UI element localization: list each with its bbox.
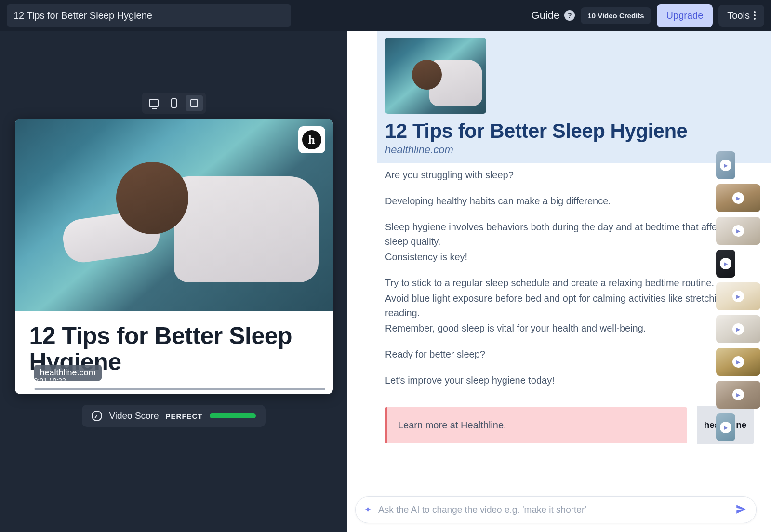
- guide-link[interactable]: Guide ?: [532, 9, 575, 22]
- progress-track[interactable]: [23, 388, 325, 390]
- paragraph[interactable]: Try to stick to a regular sleep schedule…: [385, 276, 754, 290]
- preview-frame-image: h: [15, 119, 333, 311]
- gauge-icon: [92, 411, 102, 421]
- clip-thumb[interactable]: [716, 348, 760, 376]
- tools-button[interactable]: Tools: [718, 5, 764, 27]
- score-label: Video Score: [109, 411, 159, 421]
- document-thumbnail[interactable]: [385, 38, 486, 114]
- sparkle-icon: ✦: [364, 505, 372, 515]
- project-title-input[interactable]: [7, 4, 291, 27]
- clip-thumb[interactable]: [716, 217, 760, 245]
- help-icon[interactable]: ?: [564, 10, 575, 21]
- more-vertical-icon: [754, 11, 756, 20]
- desktop-icon: [149, 99, 159, 107]
- clip-thumb[interactable]: [716, 413, 735, 441]
- ai-prompt-bar: ✦: [355, 496, 757, 523]
- document-pane: + ⚙ ⠿ 12 Tips for Better Sleep Hygiene h…: [347, 31, 771, 532]
- time-display: 0:01 / 0:22: [34, 377, 66, 385]
- phone-icon: [171, 98, 177, 108]
- play-button[interactable]: [23, 376, 29, 385]
- guide-label: Guide: [532, 9, 560, 22]
- square-icon: [190, 99, 198, 107]
- document-site: healthline.com: [385, 144, 771, 156]
- topbar: Guide ? 10 Video Credits Upgrade Tools: [0, 0, 771, 31]
- paragraph[interactable]: Ready for better sleep?: [385, 347, 754, 361]
- send-button[interactable]: [735, 503, 747, 517]
- video-score-panel: Video Score PERFECT: [82, 405, 265, 427]
- paragraph[interactable]: Developing healthy habits can make a big…: [385, 194, 754, 208]
- device-phone-button[interactable]: [165, 95, 183, 111]
- document-title[interactable]: 12 Tips for Better Sleep Hygiene: [385, 120, 771, 143]
- video-credits-pill[interactable]: 10 Video Credits: [581, 7, 651, 24]
- brand-logo-badge: h: [298, 126, 325, 153]
- article-body[interactable]: Are you struggling with sleep? Developin…: [377, 163, 771, 406]
- progress-fill: [23, 388, 35, 390]
- player-controls: 0:01 / 0:22: [15, 372, 333, 394]
- ai-prompt-input[interactable]: [378, 505, 728, 515]
- clip-thumb[interactable]: [716, 381, 760, 409]
- paragraph[interactable]: Are you struggling with sleep?: [385, 168, 754, 182]
- score-bar: [210, 413, 256, 418]
- clip-thumb[interactable]: [716, 151, 735, 179]
- device-square-button[interactable]: [186, 95, 203, 111]
- paragraph[interactable]: Consistency is key!: [385, 250, 754, 264]
- clip-thumb[interactable]: [716, 282, 760, 310]
- paragraph[interactable]: Remember, good sleep is vital for your h…: [385, 321, 754, 335]
- callout-block[interactable]: Learn more at Healthline.: [385, 407, 687, 443]
- upgrade-button[interactable]: Upgrade: [657, 4, 713, 27]
- clip-thumb[interactable]: [716, 315, 760, 343]
- paragraph[interactable]: Sleep hygiene involves behaviors both du…: [385, 220, 754, 249]
- score-badge: PERFECT: [166, 412, 203, 420]
- preview-pane: h 12 Tips for Better Sleep Hygiene healt…: [0, 31, 347, 532]
- device-desktop-button[interactable]: [145, 95, 162, 111]
- tools-label: Tools: [727, 10, 750, 21]
- brand-logo-letter: h: [302, 130, 321, 149]
- video-preview-card[interactable]: h 12 Tips for Better Sleep Hygiene healt…: [15, 119, 333, 394]
- device-toggle: [142, 93, 206, 114]
- clip-thumb[interactable]: [716, 250, 735, 278]
- paragraph[interactable]: Avoid blue light exposure before bed and…: [385, 291, 754, 320]
- document-hero: 12 Tips for Better Sleep Hygiene healthl…: [377, 31, 771, 163]
- clip-thumb[interactable]: [716, 184, 760, 212]
- send-icon: [735, 503, 747, 516]
- paragraph[interactable]: Let's improve your sleep hygiene today!: [385, 373, 754, 387]
- clip-rail: [716, 151, 760, 441]
